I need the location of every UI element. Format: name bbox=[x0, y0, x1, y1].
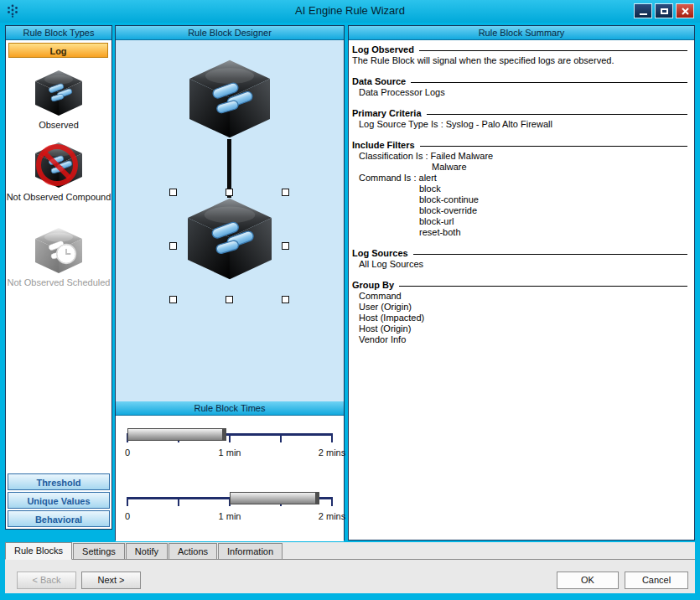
wizard-tabs: Rule Blocks Settings Notify Actions Info… bbox=[5, 542, 695, 560]
slider-range-bar[interactable] bbox=[230, 492, 319, 504]
unique-values-category-button[interactable]: Unique Values bbox=[8, 492, 110, 509]
selection-handle[interactable] bbox=[169, 189, 177, 196]
section-rule-line bbox=[420, 146, 687, 147]
slider-label: 1 min bbox=[219, 447, 241, 458]
cube-icon bbox=[33, 70, 85, 116]
rule-block-summary-panel: Rule Block Summary Log Observed The Rule… bbox=[348, 25, 695, 541]
summary-line: Command bbox=[349, 291, 689, 302]
tab-actions[interactable]: Actions bbox=[169, 543, 217, 559]
rule-block-designer-panel: Rule Block Designer Rule Block Times bbox=[115, 25, 345, 541]
slider-label: 1 min bbox=[219, 511, 241, 521]
log-category-button[interactable]: Log bbox=[8, 43, 108, 58]
tab-settings[interactable]: Settings bbox=[73, 543, 125, 559]
selected-rule-block-cube[interactable] bbox=[183, 197, 277, 281]
close-icon bbox=[682, 8, 689, 15]
summary-line: Classification Is : Failed Malware bbox=[349, 151, 689, 162]
window-title: AI Engine Rule Wizard bbox=[0, 4, 700, 17]
back-button[interactable]: < Back bbox=[17, 572, 76, 589]
slider-label: 2 mins bbox=[319, 511, 345, 521]
summary-body: Log Observed The Rule Block will signal … bbox=[349, 40, 694, 345]
slider-label: 0 bbox=[125, 447, 130, 458]
tab-rule-blocks[interactable]: Rule Blocks bbox=[5, 542, 72, 560]
section-title-text: Primary Criteria bbox=[352, 108, 422, 119]
bottom-strip: Rule Blocks Settings Notify Actions Info… bbox=[5, 542, 695, 593]
window-controls bbox=[634, 3, 694, 18]
tab-information[interactable]: Information bbox=[218, 543, 283, 559]
rule-block-types-panel: Rule Block Types Log Observed Not Observ… bbox=[5, 25, 112, 530]
slider-tick bbox=[331, 497, 333, 506]
summary-line: Command Is : alert bbox=[349, 173, 689, 184]
close-button[interactable] bbox=[676, 3, 694, 18]
summary-line: Vendor Info bbox=[349, 334, 689, 345]
summary-section-log-observed: Log Observed The Rule Block will signal … bbox=[349, 44, 689, 66]
summary-section-log-sources: Log Sources All Log Sources bbox=[349, 248, 689, 270]
section-rule-line bbox=[419, 50, 687, 51]
summary-line: Malware bbox=[349, 162, 689, 173]
section-title: Include Filters bbox=[349, 140, 689, 151]
summary-section-group-by: Group By Command User (Origin) Host (Imp… bbox=[349, 280, 689, 345]
section-title-text: Data Source bbox=[352, 76, 406, 87]
selection-handle[interactable] bbox=[282, 296, 289, 303]
selection-handle[interactable] bbox=[226, 189, 233, 196]
rule-block-summary-header: Rule Block Summary bbox=[349, 26, 694, 40]
summary-line: Log Source Type Is : Syslog - Palo Alto … bbox=[349, 119, 689, 130]
section-title-text: Group By bbox=[352, 280, 394, 291]
summary-line: Host (Impacted) bbox=[349, 313, 689, 323]
slider-range-bar[interactable] bbox=[127, 428, 226, 441]
slider-tick bbox=[331, 433, 333, 442]
slider-tick bbox=[127, 497, 128, 506]
slider-label: 0 bbox=[125, 511, 130, 521]
summary-section-primary-criteria: Primary Criteria Log Source Type Is : Sy… bbox=[349, 108, 689, 130]
time-slider-1[interactable]: 0 1 min 2 mins bbox=[127, 427, 332, 464]
cancel-button[interactable]: Cancel bbox=[625, 572, 688, 589]
summary-line: Data Processor Logs bbox=[349, 87, 689, 98]
summary-line: reset-both bbox=[349, 227, 689, 238]
summary-section-include-filters: Include Filters Classification Is : Fail… bbox=[349, 140, 689, 238]
tab-notify[interactable]: Notify bbox=[126, 543, 168, 559]
summary-line: block-url bbox=[349, 216, 689, 227]
slider-tick bbox=[229, 433, 231, 442]
selection-handle[interactable] bbox=[282, 242, 289, 250]
minimize-icon bbox=[640, 13, 647, 15]
not-observed-scheduled-type-label: Not Observed Scheduled bbox=[6, 277, 111, 287]
threshold-category-button[interactable]: Threshold bbox=[8, 473, 110, 490]
rule-block-times-body: 0 1 min 2 mins 0 1 min 2 mins bbox=[116, 416, 344, 541]
section-rule-line bbox=[427, 114, 687, 115]
behavioral-category-button[interactable]: Behavioral bbox=[8, 510, 110, 527]
summary-line: Host (Origin) bbox=[349, 323, 689, 334]
selection-handle[interactable] bbox=[169, 242, 177, 250]
section-rule-line bbox=[411, 82, 687, 83]
not-observed-scheduled-type-button[interactable] bbox=[33, 227, 85, 274]
prohibited-icon bbox=[33, 142, 85, 189]
ok-button[interactable]: OK bbox=[557, 572, 619, 589]
maximize-icon bbox=[661, 8, 668, 14]
titlebar: AI Engine Rule Wizard bbox=[0, 0, 700, 23]
not-observed-compound-type-button[interactable] bbox=[33, 142, 85, 189]
summary-line: block bbox=[349, 184, 689, 194]
maximize-button[interactable] bbox=[655, 3, 673, 18]
section-title-text: Include Filters bbox=[352, 140, 415, 151]
observed-type-button[interactable] bbox=[33, 70, 85, 116]
time-slider-2[interactable]: 0 1 min 2 mins bbox=[127, 491, 332, 528]
slider-label: 2 mins bbox=[319, 447, 345, 458]
clock-icon bbox=[54, 242, 78, 266]
section-title: Primary Criteria bbox=[349, 108, 689, 119]
section-title: Log Observed bbox=[349, 44, 689, 55]
selection-handle[interactable] bbox=[226, 296, 233, 303]
section-title: Data Source bbox=[349, 76, 689, 87]
observed-type-label: Observed bbox=[6, 120, 111, 130]
ai-engine-rule-wizard-window: AI Engine Rule Wizard Rule Block Types L… bbox=[0, 0, 700, 600]
slider-thumb[interactable] bbox=[315, 493, 319, 504]
selection-handle[interactable] bbox=[282, 189, 289, 196]
designer-canvas[interactable] bbox=[116, 40, 344, 401]
rule-block-cube[interactable] bbox=[184, 59, 275, 139]
rule-block-designer-header: Rule Block Designer bbox=[116, 26, 344, 40]
minimize-button[interactable] bbox=[634, 3, 652, 18]
slider-thumb[interactable] bbox=[222, 429, 226, 440]
section-title: Log Sources bbox=[349, 248, 689, 259]
not-observed-compound-type-label: Not Observed Compound bbox=[6, 192, 111, 202]
section-rule-line bbox=[413, 254, 687, 255]
next-button[interactable]: Next > bbox=[81, 572, 141, 589]
selection-handle[interactable] bbox=[169, 296, 177, 303]
summary-line: block-override bbox=[349, 205, 689, 216]
